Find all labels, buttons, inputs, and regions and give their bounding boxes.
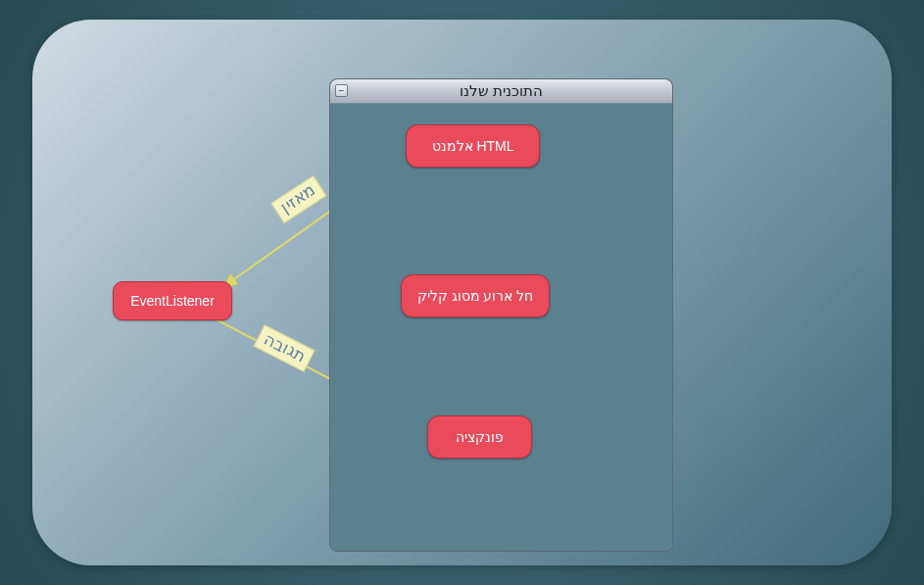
edge-label-listener-function: תגובה bbox=[253, 324, 315, 372]
window-body bbox=[330, 103, 672, 551]
node-label: חל ארוע מסוג קליק bbox=[417, 288, 534, 304]
rounded-panel: מאזין קליק פעולה תגובה − התוכנית שלנו HT… bbox=[32, 20, 892, 565]
background: מאזין קליק פעולה תגובה − התוכנית שלנו HT… bbox=[0, 0, 924, 585]
node-label: פונקציה bbox=[456, 429, 504, 445]
window-titlebar[interactable]: − התוכנית שלנו bbox=[330, 79, 672, 104]
window-title: התוכנית שלנו bbox=[460, 82, 543, 99]
edge-label-listener-html: מאזין bbox=[270, 175, 326, 224]
collapse-button[interactable]: − bbox=[335, 84, 348, 97]
node-click-event[interactable]: חל ארוע מסוג קליק bbox=[401, 274, 550, 317]
node-function[interactable]: פונקציה bbox=[427, 415, 532, 459]
node-html-element[interactable]: HTML אלמנט bbox=[406, 124, 540, 168]
node-event-listener[interactable]: EventListener bbox=[113, 281, 232, 320]
node-label: HTML אלמנט bbox=[432, 138, 514, 154]
node-label: EventListener bbox=[130, 293, 215, 309]
